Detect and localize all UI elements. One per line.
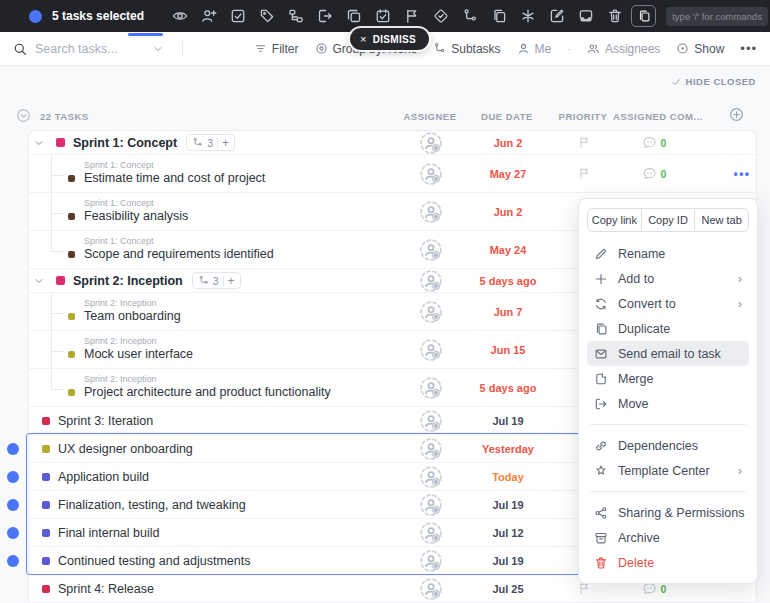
filterbar-filter[interactable]: Filter [254,42,299,56]
collapse-all-icon[interactable] [16,108,31,123]
assignee-cell[interactable] [420,231,442,268]
assignee-cell[interactable] [420,131,442,154]
due-date-cell[interactable]: May 27 [466,155,550,192]
assignee-cell[interactable] [420,519,442,546]
comments-cell[interactable]: 0 [637,155,671,192]
section-title[interactable]: Sprint 2: Inception [73,274,183,288]
status-square[interactable] [68,175,75,182]
task-title[interactable]: Team onboarding [84,309,181,325]
menu-item-merge[interactable]: Merge [587,366,749,391]
schedule-icon[interactable] [375,8,391,24]
menu-item-sharing-permissions[interactable]: Sharing & Permissions [587,500,749,525]
status-square[interactable] [56,138,65,147]
copy-selected-icon[interactable] [631,5,656,27]
eye-icon[interactable] [172,8,188,24]
menu-item-send-email-to-task[interactable]: Send email to task [587,341,749,366]
status-square[interactable] [42,501,50,509]
task-title[interactable]: Sprint 4: Release [58,582,154,596]
priority-flag-icon[interactable] [576,155,592,192]
checklist-icon[interactable] [230,8,246,24]
status-square[interactable] [42,473,50,481]
status-square[interactable] [56,276,65,285]
task-title[interactable]: Scope and requirements identified [84,247,274,263]
task-title[interactable]: Application build [58,470,149,484]
assignee-cell[interactable] [420,435,442,462]
menu-item-move[interactable]: Move [587,391,749,416]
add-assignee-icon[interactable] [201,8,217,24]
status-square[interactable] [68,351,75,358]
task-title[interactable]: Final internal build [58,526,159,540]
menu-button-copy-id[interactable]: Copy ID [641,208,696,232]
due-date-cell[interactable]: Jun 2 [466,131,550,154]
status-square[interactable] [68,389,75,396]
column-header-assigned-comments[interactable]: ASSIGNED COM... [608,111,708,122]
task-title[interactable]: Continued testing and adjustments [58,554,251,568]
task-row[interactable]: Sprint 1: Concept3+Jun 20 [29,131,756,155]
hierarchy-icon[interactable] [288,8,304,24]
assignee-cell[interactable] [420,155,442,192]
status-square[interactable] [68,213,75,220]
assignee-cell[interactable] [420,491,442,518]
assignee-cell[interactable] [420,331,442,368]
task-row[interactable]: Sprint 1: ConceptEstimate time and cost … [29,155,756,193]
task-title[interactable]: Finalization, testing, and tweaking [58,498,246,512]
due-date-cell[interactable]: Yesterday [466,435,550,462]
subtask-count-badge[interactable]: 3+ [186,134,235,151]
menu-item-rename[interactable]: Rename [587,241,749,266]
assignee-cell[interactable] [420,407,442,434]
filterbar-show[interactable]: Show [676,42,724,56]
menu-button-copy-link[interactable]: Copy link [587,208,642,232]
due-date-cell[interactable]: Jul 25 [466,575,550,602]
due-date-cell[interactable]: 5 days ago [466,369,550,406]
assignee-cell[interactable] [420,547,442,574]
status-square[interactable] [42,557,50,565]
task-title[interactable]: Project architecture and product functio… [84,385,331,401]
menu-item-archive[interactable]: Archive [587,525,749,550]
filterbar-subtasks[interactable]: Subtasks [433,42,500,56]
filterbar-me[interactable]: Me [517,42,552,56]
due-date-cell[interactable]: Jun 2 [466,193,550,230]
subtask-count-badge[interactable]: 3+ [192,272,241,289]
add-column-icon[interactable] [729,107,744,122]
menu-button-new-tab[interactable]: New tab [694,208,749,232]
copy-icon[interactable] [346,8,362,24]
subtask-icon[interactable] [462,8,478,24]
priority-flag-icon[interactable] [576,131,592,154]
trash-icon[interactable] [607,8,623,24]
due-date-cell[interactable]: Jun 7 [466,293,550,330]
flag-icon[interactable] [404,8,420,24]
due-date-cell[interactable]: May 24 [466,231,550,268]
add-subtask-icon[interactable]: + [228,275,235,287]
column-header-assignee[interactable]: ASSIGNEE [390,111,470,122]
task-title[interactable]: Feasibility analysis [84,209,188,225]
menu-item-convert-to[interactable]: Convert to› [587,291,749,316]
dismiss-button[interactable]: × DISMISS [350,28,429,50]
menu-item-add-to[interactable]: Add to› [587,266,749,291]
tag-icon[interactable] [259,8,275,24]
task-title[interactable]: Sprint 3: Iteration [58,414,153,428]
priority-icon[interactable] [433,8,449,24]
due-date-cell[interactable]: Today [466,463,550,490]
column-header-due-date[interactable]: DUE DATE [467,111,547,122]
sprint-icon[interactable] [520,8,536,24]
edit-icon[interactable] [549,8,565,24]
assignee-cell[interactable] [420,269,442,292]
duplicate-icon[interactable] [491,8,507,24]
status-square[interactable] [42,585,50,593]
status-square[interactable] [42,445,50,453]
menu-item-duplicate[interactable]: Duplicate [587,316,749,341]
menu-item-template-center[interactable]: Template Center› [587,458,749,483]
inbox-icon[interactable] [578,8,594,24]
status-square[interactable] [68,313,75,320]
move-out-icon[interactable] [317,8,333,24]
status-square[interactable] [42,529,50,537]
command-input[interactable]: type '/' for commands [666,7,768,26]
comments-cell[interactable]: 0 [637,131,671,154]
status-square[interactable] [42,417,50,425]
filterbar-assignees[interactable]: Assignees [587,42,660,56]
assignee-cell[interactable] [420,193,442,230]
assignee-cell[interactable] [420,463,442,490]
chevron-down-icon[interactable] [152,43,164,55]
due-date-cell[interactable]: Jul 12 [466,519,550,546]
add-subtask-icon[interactable]: + [222,137,229,149]
